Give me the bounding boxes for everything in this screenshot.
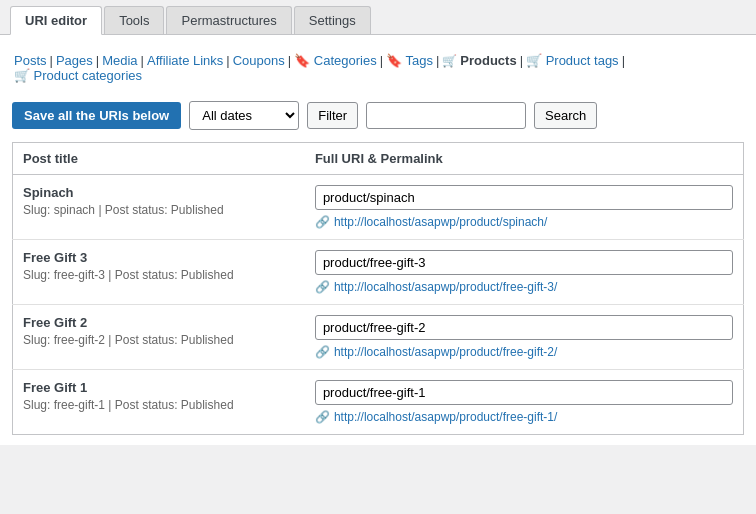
uri-cell-2: 🔗http://localhost/asapwp/product/free-gi…	[305, 305, 744, 370]
uri-table: Post title Full URI & Permalink SpinachS…	[12, 142, 744, 435]
permalink-text: http://localhost/asapwp/product/free-gif…	[334, 280, 557, 294]
col-uri: Full URI & Permalink	[305, 143, 744, 175]
permalink-link-0[interactable]: 🔗http://localhost/asapwp/product/spinach…	[315, 215, 733, 229]
tab-uri-editor[interactable]: URI editor	[10, 6, 102, 35]
link-icon: 🔗	[315, 410, 330, 424]
uri-input-2[interactable]	[315, 315, 733, 340]
link-icon: 🔗	[315, 345, 330, 359]
save-all-button[interactable]: Save all the URIs below	[12, 102, 181, 129]
uri-input-3[interactable]	[315, 380, 733, 405]
filter-button[interactable]: Filter	[307, 102, 358, 129]
cart-icon: 🛒	[442, 54, 457, 68]
post-cell-3: Free Gift 1Slug: free-gift-1 | Post stat…	[13, 370, 305, 435]
nav-link-affiliate-links[interactable]: Affiliate Links	[145, 53, 225, 68]
post-cell-0: SpinachSlug: spinach | Post status: Publ…	[13, 175, 305, 240]
dates-filter-select[interactable]: All dates	[189, 101, 299, 130]
uri-cell-1: 🔗http://localhost/asapwp/product/free-gi…	[305, 240, 744, 305]
nav-link-coupons[interactable]: Coupons	[231, 53, 287, 68]
permalink-link-3[interactable]: 🔗http://localhost/asapwp/product/free-gi…	[315, 410, 733, 424]
nav-link-product-tags[interactable]: 🛒 Product tags	[524, 53, 621, 68]
tab-tools[interactable]: Tools	[104, 6, 164, 34]
nav-separator: |	[621, 53, 626, 68]
tab-settings[interactable]: Settings	[294, 6, 371, 34]
tab-permastructures[interactable]: Permastructures	[166, 6, 291, 34]
tab-bar: URI editorToolsPermastructuresSettings	[0, 0, 756, 35]
post-title: Spinach	[23, 185, 295, 200]
post-slug: Slug: free-gift-2 | Post status: Publish…	[23, 333, 295, 347]
search-input[interactable]	[366, 102, 526, 129]
nav-link-categories[interactable]: 🔖 Categories	[292, 53, 378, 68]
nav-link-product-categories[interactable]: 🛒 Product categories	[12, 68, 144, 83]
post-slug: Slug: free-gift-1 | Post status: Publish…	[23, 398, 295, 412]
uri-cell-0: 🔗http://localhost/asapwp/product/spinach…	[305, 175, 744, 240]
permalink-text: http://localhost/asapwp/product/spinach/	[334, 215, 547, 229]
table-row: Free Gift 2Slug: free-gift-2 | Post stat…	[13, 305, 744, 370]
uri-input-0[interactable]	[315, 185, 733, 210]
post-title: Free Gift 3	[23, 250, 295, 265]
permalink-link-2[interactable]: 🔗http://localhost/asapwp/product/free-gi…	[315, 345, 733, 359]
uri-input-1[interactable]	[315, 250, 733, 275]
nav-links: Posts|Pages|Media|Affiliate Links|Coupon…	[12, 45, 744, 93]
col-post-title: Post title	[13, 143, 305, 175]
post-slug: Slug: spinach | Post status: Published	[23, 203, 295, 217]
nav-link-tags[interactable]: 🔖 Tags	[384, 53, 435, 68]
nav-current-products: 🛒 Products	[440, 53, 518, 68]
nav-link-media[interactable]: Media	[100, 53, 139, 68]
post-title: Free Gift 2	[23, 315, 295, 330]
content-area: Posts|Pages|Media|Affiliate Links|Coupon…	[0, 35, 756, 445]
table-row: SpinachSlug: spinach | Post status: Publ…	[13, 175, 744, 240]
permalink-text: http://localhost/asapwp/product/free-gif…	[334, 345, 557, 359]
post-cell-1: Free Gift 3Slug: free-gift-3 | Post stat…	[13, 240, 305, 305]
uri-cell-3: 🔗http://localhost/asapwp/product/free-gi…	[305, 370, 744, 435]
post-title: Free Gift 1	[23, 380, 295, 395]
search-button[interactable]: Search	[534, 102, 597, 129]
post-cell-2: Free Gift 2Slug: free-gift-2 | Post stat…	[13, 305, 305, 370]
link-icon: 🔗	[315, 215, 330, 229]
nav-link-pages[interactable]: Pages	[54, 53, 95, 68]
table-row: Free Gift 1Slug: free-gift-1 | Post stat…	[13, 370, 744, 435]
post-slug: Slug: free-gift-3 | Post status: Publish…	[23, 268, 295, 282]
permalink-text: http://localhost/asapwp/product/free-gif…	[334, 410, 557, 424]
table-row: Free Gift 3Slug: free-gift-3 | Post stat…	[13, 240, 744, 305]
permalink-link-1[interactable]: 🔗http://localhost/asapwp/product/free-gi…	[315, 280, 733, 294]
nav-link-posts[interactable]: Posts	[12, 53, 49, 68]
toolbar: Save all the URIs below All dates Filter…	[12, 93, 744, 142]
link-icon: 🔗	[315, 280, 330, 294]
